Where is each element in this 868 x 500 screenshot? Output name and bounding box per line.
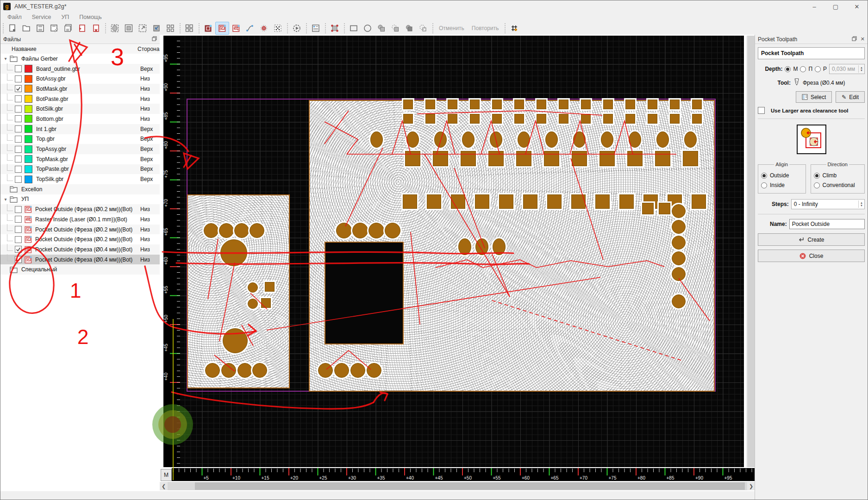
visibility-checkbox[interactable] [15,206,22,213]
show-raster-button[interactable] [229,22,243,35]
visibility-checkbox[interactable] [15,146,22,153]
bool-outline-button[interactable] [416,22,430,35]
tree-row[interactable]: BotPaste.gbrНиз [0,94,160,104]
chevron-down-icon[interactable]: ▾ [2,197,9,202]
tree-row[interactable]: BotMask.gbrНиз [0,84,160,94]
depth-m-radio[interactable] [785,66,791,72]
tree-folder-excellon[interactable]: Excellon [0,184,160,194]
layer-color-chip[interactable] [25,135,32,143]
open-button[interactable] [19,22,33,35]
scroll-right-arrow[interactable]: ❯ [747,482,755,490]
units-button[interactable]: M [161,469,172,481]
visibility-checkbox[interactable] [15,256,22,263]
visibility-checkbox[interactable] [15,136,22,143]
vertical-scroll-thumb[interactable] [748,36,755,467]
close-panel-button[interactable]: Close [758,250,865,262]
save-button[interactable] [33,22,47,35]
tree-row[interactable]: Int 1.gbrВерх [0,124,160,134]
select-tool-button[interactable]: Select [796,91,832,103]
depth-p1-radio[interactable] [800,66,806,72]
close-button[interactable]: ✕ [846,0,868,12]
bool-union-button[interactable] [375,22,388,35]
layer-color-chip[interactable] [25,175,32,183]
direction-climb-radio[interactable] [814,173,820,179]
tree-row[interactable]: Raster Inside (Laser (Ø0.1 mm))(Bot)Низ [0,214,160,225]
minimize-button[interactable]: – [804,0,825,12]
clearance-checkbox[interactable] [758,107,765,114]
layer-color-chip[interactable] [25,115,32,123]
tree-folder-специальный[interactable]: Специальный [0,264,160,275]
vertical-scrollbar[interactable] [747,36,755,467]
scroll-left-arrow[interactable]: ❮ [160,482,168,490]
visibility-checkbox[interactable] [15,115,22,122]
visibility-checkbox[interactable] [15,176,22,183]
draw-circle-button[interactable] [361,22,375,35]
horizontal-scrollbar[interactable]: ❮ ❯ [160,482,755,490]
chevron-down-icon[interactable]: ▾ [2,56,9,61]
depth-value-spinbox[interactable]: 0,030 мм▲▼ [829,64,865,74]
depth-p2-radio[interactable] [815,66,821,72]
zoom-selection-button[interactable] [150,22,163,35]
tree-row[interactable]: Pocket Outside (Фреза (Ø0.4 мм))(Bot)Низ [0,244,160,255]
name-column-header[interactable]: Название [0,46,37,52]
fit-selection-button[interactable] [108,22,122,35]
align-outside-radio[interactable] [761,173,767,179]
draw-rect-button[interactable] [347,22,361,35]
simulate-button[interactable] [290,22,304,35]
tree-row[interactable]: Pocket Outside (Фреза (Ø0.2 мм))(Bot)Низ [0,204,160,214]
layer-color-chip[interactable] [25,85,32,93]
tree-row[interactable]: Pocket Outside (Фреза (Ø0.2 мм))(Bot)Низ [0,225,160,235]
tree-row[interactable]: Top.gbrВерх [0,134,160,144]
visibility-checkbox[interactable] [15,95,22,102]
zoom-extents-button[interactable] [136,22,150,35]
layer-color-chip[interactable] [25,125,32,133]
align-inside-radio[interactable] [761,182,767,188]
show-toolpath-button[interactable] [215,22,229,35]
show-drills-button[interactable] [257,22,271,35]
visibility-checkbox[interactable] [15,236,22,243]
array-copy-button[interactable] [182,22,196,35]
direction-conventional-radio[interactable] [814,182,820,188]
visibility-checkbox[interactable] [15,65,22,72]
tree-row[interactable]: BotAssy.gbrНиз [0,74,160,84]
snap-grid-button[interactable] [507,22,521,35]
menu-2[interactable]: УП [57,13,73,21]
float-panel-icon[interactable] [852,36,857,42]
show-curves-button[interactable] [243,22,257,35]
layer-color-chip[interactable] [25,105,32,113]
toolpath-name-input[interactable]: Pocket Outside [789,219,865,229]
tree-folder-файлы-gerber[interactable]: ▾Файлы Gerber [0,54,160,64]
visibility-checkbox[interactable] [15,246,22,253]
tree-folder-уп[interactable]: ▾УП [0,194,160,205]
show-board-button[interactable] [201,22,215,35]
edit-tool-button[interactable]: ✎Edit [836,91,865,103]
menu-1[interactable]: Service [28,13,56,21]
panelize-button[interactable] [163,22,177,35]
visibility-checkbox[interactable] [15,106,22,112]
fill-view-button[interactable] [122,22,136,35]
undo-button[interactable]: Отменить [435,25,468,31]
layer-color-chip[interactable] [25,155,32,163]
layer-color-chip[interactable] [25,95,32,103]
visibility-checkbox[interactable] [15,125,22,132]
layer-color-chip[interactable] [25,165,32,173]
float-panel-icon[interactable] [152,36,157,42]
save-as-button[interactable] [47,22,61,35]
new-file-button[interactable] [6,22,19,35]
visibility-checkbox[interactable] [15,226,22,233]
bool-subtract-button[interactable] [388,22,402,35]
bool-intersect-button[interactable] [402,22,416,35]
create-button[interactable]: Create [758,233,865,246]
menu-3[interactable]: Помощь [75,13,106,21]
visibility-checkbox[interactable] [15,156,22,162]
side-column-header[interactable]: Сторона [137,46,159,52]
tree-row[interactable]: TopAssy.gbrВерх [0,144,160,154]
layer-color-chip[interactable] [25,75,32,83]
menu-0[interactable]: Файл [3,13,26,21]
steps-spinbox[interactable]: 0 - Infinity▲▼ [791,199,865,209]
import-job-button[interactable] [75,22,89,35]
properties-button[interactable] [309,22,323,35]
tree-row[interactable]: BotSilk.gbrНиз [0,104,160,114]
tree-row[interactable]: TopMask.gbrВерх [0,154,160,164]
close-panel-icon[interactable]: ✕ [861,36,865,42]
